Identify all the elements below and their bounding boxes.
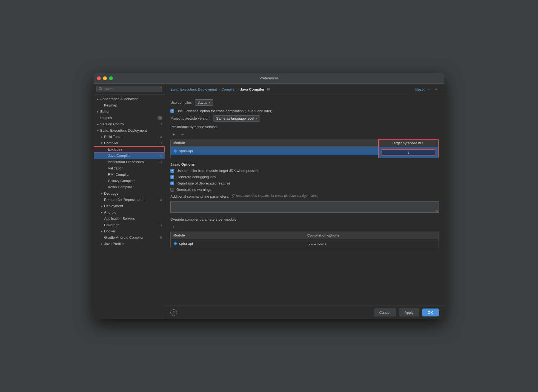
sidebar-item-keymap[interactable]: Keymap <box>94 102 165 108</box>
sidebar-item-editor[interactable]: Editor <box>94 108 165 115</box>
override-row[interactable]: 🔷 spba-api -parameters <box>171 239 439 248</box>
sidebar-item-coverage[interactable]: Coverage ⊟ <box>94 222 165 228</box>
override-options-cell: -parameters <box>305 239 439 248</box>
sidebar-item-java-compiler[interactable]: Java Compiler ⊟ <box>94 152 165 159</box>
sidebar-item-deployment[interactable]: Deployment <box>94 203 165 209</box>
reset-button[interactable]: Reset <box>415 87 425 91</box>
sidebar-item-android[interactable]: Android <box>94 209 165 215</box>
sidebar-item-version-control[interactable]: Version Control ⊟ <box>94 121 165 127</box>
search-input-wrap[interactable] <box>96 86 162 92</box>
settings-icon: ⊟ <box>159 236 162 240</box>
override-label: Override compiler parameters per-module: <box>170 217 439 221</box>
chevron-icon <box>100 192 104 195</box>
sidebar-item-compiler[interactable]: Compiler ⊟ <box>94 140 165 146</box>
remove-module-button[interactable]: － <box>179 132 186 137</box>
sidebar-item-kotlin-compiler[interactable]: Kotlin Compiler <box>94 184 165 190</box>
sidebar-item-label: RMI Compiler <box>108 172 162 177</box>
settings-icon: ⊟ <box>159 154 162 158</box>
settings-icon: ⊟ <box>159 122 162 126</box>
add-module-button[interactable]: ＋ <box>170 132 177 137</box>
sidebar-item-remote-jar[interactable]: Remote Jar Repositories ⊟ <box>94 197 165 203</box>
sidebar-item-excludes[interactable]: Excludes <box>94 146 165 152</box>
sidebar-item-groovy-compiler[interactable]: Groovy Compiler <box>94 178 165 184</box>
breadcrumb-build[interactable]: Build, Execution, Deployment <box>170 87 217 91</box>
sidebar-item-label: Docker <box>104 229 162 233</box>
javac-checkbox-1[interactable] <box>170 169 174 173</box>
sidebar-item-docker[interactable]: Docker <box>94 228 165 234</box>
svg-line-1 <box>101 90 102 90</box>
question-icon: ? <box>173 310 174 315</box>
compiler-value: Javac <box>198 100 207 105</box>
breadcrumb-nav: Reset ← → <box>415 87 439 92</box>
help-button[interactable]: ? <box>170 309 177 316</box>
javac-checkbox-4[interactable] <box>170 188 174 192</box>
breadcrumb-bar: Build, Execution, Deployment › Compiler … <box>165 84 444 95</box>
chevron-icon <box>100 229 104 233</box>
override-module-cell: 🔷 spba-api <box>171 239 305 248</box>
dropdown-arrow-icon: ▾ <box>256 117 257 120</box>
expand-icon[interactable]: ⤢ <box>435 209 438 212</box>
search-input[interactable] <box>104 87 159 91</box>
target-input[interactable] <box>382 149 435 155</box>
sidebar-item-validation[interactable]: Validation <box>94 165 165 171</box>
maximize-button[interactable] <box>109 76 113 80</box>
back-button[interactable]: ← <box>426 87 432 92</box>
close-button[interactable] <box>97 76 101 80</box>
sidebar-item-debugger[interactable]: Debugger <box>94 190 165 197</box>
sidebar-item-java-profiler[interactable]: Java Profiler <box>94 241 165 247</box>
sidebar-item-build-tools[interactable]: Build Tools ⊟ <box>94 134 165 140</box>
sidebar-item-label: Groovy Compiler <box>108 179 162 183</box>
module-col-header: Module <box>171 139 378 147</box>
remove-override-button[interactable]: － <box>179 224 186 230</box>
preferences-window: Preferences App <box>94 73 444 319</box>
sidebar-item-annotation-processors[interactable]: Annotation Processors ⊟ <box>94 159 165 165</box>
breadcrumb-menu-icon[interactable]: ⊟ <box>267 87 270 91</box>
module-bytecode-table: Module 🔷 spba-api Target bytecode ver... <box>170 139 439 158</box>
javac-check-2: Generate debugging info <box>170 175 439 179</box>
settings-icon: ⊟ <box>159 160 162 164</box>
sidebar-item-label: Android <box>104 210 162 214</box>
sidebar-item-label: Application Servers <box>104 217 162 221</box>
compiler-select[interactable]: Javac ▾ <box>195 99 213 106</box>
override-toolbar: ＋ － <box>170 224 439 230</box>
sidebar-item-application-servers[interactable]: Application Servers <box>94 215 165 222</box>
cmd-label: Additional command line parameters: <box>170 194 229 198</box>
sidebar-item-label: Plugins <box>100 116 156 120</box>
release-option-checkbox[interactable] <box>170 109 174 113</box>
cmd-input-wrap: ⤢ <box>170 201 439 214</box>
bytecode-version-select[interactable]: Same as language level ▾ <box>213 115 260 122</box>
sidebar-item-label: Annotation Processors <box>108 160 158 164</box>
settings-icon: ⊟ <box>159 198 162 202</box>
sidebar-item-label: Version Control <box>100 122 158 126</box>
bytecode-version-row: Project bytecode version: Same as langua… <box>170 115 439 122</box>
minimize-button[interactable] <box>103 76 107 80</box>
ok-button[interactable]: OK <box>422 309 439 316</box>
sidebar-item-appearance[interactable]: Appearance & Behavior <box>94 96 165 102</box>
footer: ? Cancel Apply OK <box>165 305 444 319</box>
cancel-button[interactable]: Cancel <box>374 309 396 316</box>
apply-button[interactable]: Apply <box>399 309 419 316</box>
chevron-icon <box>96 97 100 101</box>
release-option-row: Use '--release' option for cross-compila… <box>170 109 439 113</box>
sidebar-item-gradle-android[interactable]: Gradle-Android Compiler ⊟ <box>94 234 165 241</box>
sidebar-item-label: Java Compiler <box>108 154 158 158</box>
override-table: Module Compilation options 🔷 spba-api -p… <box>170 232 439 248</box>
override-header: Module Compilation options <box>171 232 439 239</box>
sidebar-item-rmi-compiler[interactable]: RMI Compiler <box>94 171 165 178</box>
chevron-icon <box>100 204 104 208</box>
module-row[interactable]: 🔷 spba-api <box>171 147 378 155</box>
sidebar-item-build-exec-deploy[interactable]: Build, Execution, Deployment <box>94 127 165 134</box>
add-override-button[interactable]: ＋ <box>170 224 177 230</box>
bytecode-version-label: Project bytecode version: <box>170 116 210 120</box>
chevron-icon <box>100 211 104 214</box>
breadcrumb-compiler[interactable]: Compiler <box>221 87 236 91</box>
target-col: Target bytecode ver... <box>378 139 439 158</box>
sidebar-item-plugins[interactable]: Plugins 7 <box>94 115 165 121</box>
override-options-value: -parameters <box>307 241 327 246</box>
forward-button[interactable]: → <box>433 87 439 92</box>
bytecode-version-value: Same as language level <box>216 116 254 120</box>
javac-checkbox-3[interactable] <box>170 181 174 185</box>
override-module-name: spba-api <box>179 241 193 246</box>
cmd-input[interactable] <box>170 201 439 213</box>
javac-checkbox-2[interactable] <box>170 175 174 179</box>
